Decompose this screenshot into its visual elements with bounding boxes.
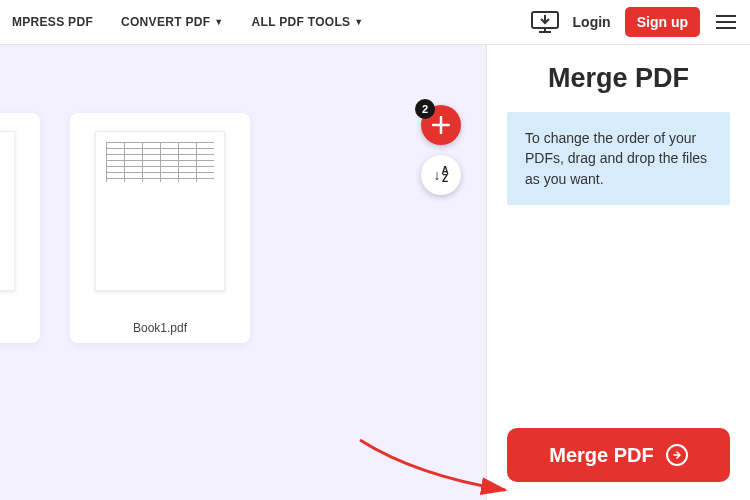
- file-count-badge: 2: [415, 99, 435, 119]
- plus-icon: [432, 116, 450, 134]
- nav-all-tools[interactable]: ALL PDF TOOLS ▼: [252, 15, 364, 29]
- nav-convert-label: CONVERT PDF: [121, 15, 210, 29]
- desktop-download-icon[interactable]: [531, 11, 559, 33]
- fab-stack: 2 ↓ A Z: [421, 105, 461, 195]
- top-nav: MPRESS PDF CONVERT PDF ▼ ALL PDF TOOLS ▼…: [0, 0, 750, 45]
- file-tile[interactable]: Book1.pdf: [70, 113, 250, 343]
- file-name-label: Book1.pdf: [133, 313, 187, 335]
- nav-compress-label: MPRESS PDF: [12, 15, 93, 29]
- nav-convert-pdf[interactable]: CONVERT PDF ▼: [121, 15, 224, 29]
- arrow-right-circle-icon: [666, 444, 688, 466]
- merge-pdf-button[interactable]: Merge PDF: [507, 428, 730, 482]
- info-box: To change the order of your PDFs, drag a…: [507, 112, 730, 205]
- page-thumbnail: [95, 131, 225, 291]
- nav-right-group: Login Sign up: [531, 7, 738, 37]
- menu-icon[interactable]: [714, 13, 738, 31]
- side-panel-title: Merge PDF: [507, 63, 730, 94]
- file-tile[interactable]: [0, 113, 40, 343]
- sort-arrow-icon: ↓: [433, 167, 440, 183]
- nav-left-group: MPRESS PDF CONVERT PDF ▼ ALL PDF TOOLS ▼: [12, 15, 364, 29]
- sort-az-icon: A Z: [441, 167, 448, 183]
- side-panel: Merge PDF To change the order of your PD…: [486, 45, 750, 500]
- nav-all-tools-label: ALL PDF TOOLS: [252, 15, 351, 29]
- info-text: To change the order of your PDFs, drag a…: [525, 128, 712, 189]
- workspace: Book1.pdf 2 ↓ A Z: [0, 45, 486, 500]
- caret-down-icon: ▼: [354, 17, 363, 27]
- merge-button-label: Merge PDF: [549, 444, 653, 467]
- add-file-button[interactable]: 2: [421, 105, 461, 145]
- caret-down-icon: ▼: [214, 17, 223, 27]
- page-thumbnail: [0, 131, 15, 291]
- sort-az-button[interactable]: ↓ A Z: [421, 155, 461, 195]
- signup-button[interactable]: Sign up: [625, 7, 700, 37]
- nav-compress-pdf[interactable]: MPRESS PDF: [12, 15, 93, 29]
- login-link[interactable]: Login: [573, 14, 611, 30]
